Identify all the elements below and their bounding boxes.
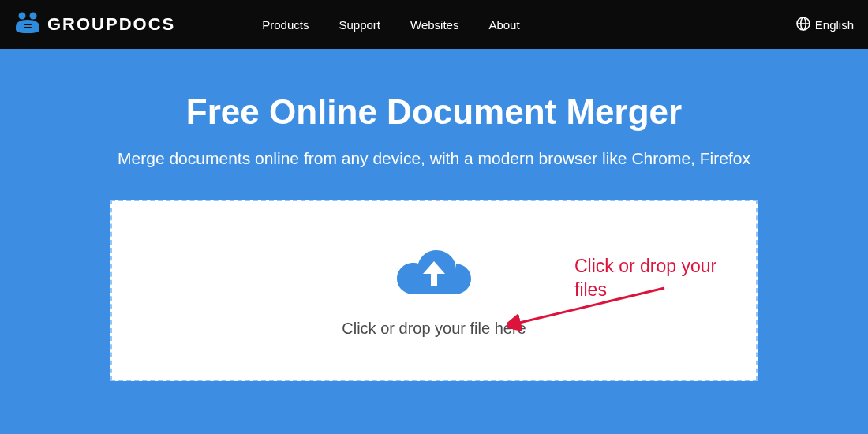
- nav-links: Products Support Websites About: [262, 18, 519, 32]
- svg-point-1: [30, 13, 37, 20]
- svg-rect-3: [24, 27, 32, 28]
- language-label: English: [815, 18, 854, 32]
- svg-line-7: [516, 288, 664, 324]
- nav-about[interactable]: About: [488, 18, 519, 32]
- nav-support[interactable]: Support: [339, 18, 380, 32]
- file-dropzone[interactable]: Click or drop your file here Click or dr…: [110, 200, 758, 381]
- cloud-upload-icon: [396, 244, 472, 302]
- brand-logo[interactable]: GROUPDOCS: [14, 11, 175, 38]
- svg-rect-2: [24, 24, 32, 25]
- annotation-label: Click or drop your files: [574, 255, 732, 302]
- svg-point-0: [19, 13, 26, 20]
- nav-websites[interactable]: Websites: [410, 18, 458, 32]
- dropzone-text: Click or drop your file here: [342, 320, 526, 338]
- nav-products[interactable]: Products: [262, 18, 309, 32]
- hero: Free Online Document Merger Merge docume…: [0, 49, 868, 381]
- groupdocs-icon: [14, 11, 41, 38]
- annotation-arrow-icon: [507, 280, 672, 335]
- navbar: GROUPDOCS Products Support Websites Abou…: [0, 0, 868, 49]
- page-title: Free Online Document Merger: [32, 92, 836, 132]
- brand-text: GROUPDOCS: [47, 14, 175, 35]
- language-selector[interactable]: English: [796, 17, 854, 33]
- page-subtitle: Merge documents online from any device, …: [32, 149, 836, 168]
- globe-icon: [796, 17, 810, 33]
